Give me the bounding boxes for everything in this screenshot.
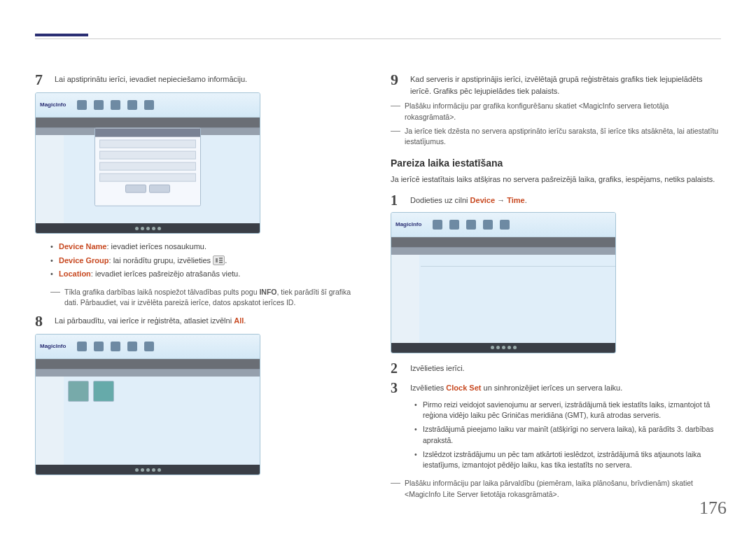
note-text: Ja ierīce tiek dzēsta no servera apstipr…: [405, 126, 721, 148]
toolbar-icon: [449, 220, 459, 230]
list-item: Pirmo reizi veidojot savienojumu ar serv…: [414, 400, 721, 422]
device-thumb: [93, 381, 114, 402]
dialog-buttons: [95, 185, 200, 193]
dialog-field: [99, 162, 196, 171]
header-accent-bar: [35, 34, 88, 36]
field-desc: : lai norādītu grupu, izvēlieties: [109, 256, 214, 265]
dialog-ok-button: [125, 185, 146, 193]
device-thumb: [68, 381, 89, 402]
toolbar-icons: [433, 220, 510, 230]
screenshot-device-approval-dialog: MagicInfo: [35, 92, 260, 234]
screenshot-toolbar: MagicInfo: [36, 93, 260, 118]
list-item: Device Name: ievadiet ierīces nosaukumu.: [50, 241, 365, 253]
toolbar-icon: [94, 100, 104, 110]
screenshot-tabbar: [391, 237, 615, 247]
list-item: Izstrādājumā pieejamo laiku var mainīt (…: [414, 424, 721, 447]
approval-dialog: [94, 128, 201, 206]
dialog-header: [95, 129, 200, 137]
right-column: 9 Kad serveris ir apstiprinājis ierīci, …: [391, 67, 721, 503]
toolbar-icons: [77, 100, 154, 110]
screenshot-tabbar: [36, 118, 260, 127]
step-number: 8: [35, 313, 48, 330]
page-number: 176: [699, 494, 727, 521]
dash-icon: [391, 131, 400, 148]
info-note: Tīkla grafika darbības laikā nospiežot t…: [50, 287, 365, 309]
info-note: Plašāku informāciju par laika pārvaldību…: [391, 478, 721, 500]
toolbar-icon: [144, 100, 154, 110]
screenshot-statusbar: [391, 343, 615, 353]
step-text: Dodieties uz cilni Device → Time.: [410, 192, 721, 208]
field-label: Device Name: [59, 242, 107, 251]
toolbar-icon: [144, 342, 154, 351]
screenshot-device-time: MagicInfo: [391, 212, 616, 353]
dialog-field: [99, 174, 196, 182]
screenshot-toolbar: MagicInfo: [391, 213, 615, 237]
step-3: 3 Izvēlieties Clock Set un sinhronizējie…: [391, 380, 721, 395]
screenshot-toolbar: MagicInfo: [36, 335, 260, 359]
time-row: [421, 255, 615, 267]
dialog-cancel-button: [149, 185, 170, 193]
note-text: Plašāku informāciju par grafika konfigur…: [405, 101, 721, 123]
toolbar-icon: [483, 220, 493, 230]
keyword-time: Time: [507, 196, 524, 204]
dialog-field: [99, 151, 196, 160]
step-1: 1 Dodieties uz cilni Device → Time.: [391, 192, 721, 208]
step-number: 1: [391, 192, 403, 208]
section-title: Pareiza laika iestatīšana: [391, 156, 721, 171]
screenshot-content: [419, 255, 615, 343]
list-item: Location: ievadiet ierīces pašreizējo at…: [50, 268, 365, 280]
note-text: Plašāku informāciju par laika pārvaldību…: [405, 478, 721, 500]
app-logo: MagicInfo: [40, 342, 66, 351]
dash-icon: [50, 292, 60, 309]
info-note: Ja ierīce tiek dzēsta no servera apstipr…: [391, 126, 721, 148]
step-9: 9 Kad serveris ir apstiprinājis ierīci, …: [391, 71, 721, 97]
step-number: 3: [391, 380, 403, 395]
toolbar-icon: [127, 100, 137, 110]
info-note: Plašāku informāciju par grafika konfigur…: [391, 101, 721, 123]
toolbar-icon: [77, 342, 87, 351]
step-text: Kad serveris ir apstiprinājis ierīci, iz…: [410, 71, 721, 97]
field-desc: : ievadiet ierīces nosaukumu.: [107, 242, 206, 251]
device-thumbnails: [64, 377, 260, 406]
screenshot-sidepanel: [36, 135, 64, 233]
screenshot-statusbar: [36, 465, 260, 475]
step-7: 7 Lai apstiprinātu ierīci, ievadiet nepi…: [35, 71, 365, 88]
keyword-all: All: [234, 316, 244, 325]
field-desc: : ievadiet ierīces pašreizējo atrašanās …: [91, 269, 240, 278]
toolbar-icon: [466, 220, 476, 230]
keyword-device: Device: [470, 196, 495, 204]
toolbar-icons: [77, 342, 154, 351]
screenshot-statusbar: [36, 223, 260, 233]
toolbar-icon: [94, 342, 104, 351]
toolbar-icon: [111, 100, 120, 110]
field-label: Device Group: [59, 256, 109, 265]
toolbar-icon: [500, 220, 510, 230]
toolbar-icon: [127, 342, 137, 351]
two-column-layout: 7 Lai apstiprinātu ierīci, ievadiet nepi…: [35, 67, 721, 503]
screenshot-device-list: MagicInfo: [35, 334, 260, 475]
step-number: 2: [391, 360, 403, 376]
step-number: 9: [391, 71, 403, 97]
list-item: Device Group: lai norādītu grupu, izvēli…: [50, 255, 365, 267]
step-8: 8 Lai pārbaudītu, vai ierīce ir reģistrē…: [35, 313, 365, 330]
dash-icon: [391, 106, 400, 123]
step-2: 2 Izvēlieties ierīci.: [391, 360, 721, 376]
time-notes-list: Pirmo reizi veidojot savienojumu ar serv…: [414, 400, 721, 472]
app-logo: MagicInfo: [396, 220, 421, 229]
field-description-list: Device Name: ievadiet ierīces nosaukumu.…: [50, 241, 365, 280]
screenshot-sidepanel: [391, 255, 420, 353]
dialog-field: [99, 140, 196, 148]
left-column: 7 Lai apstiprinātu ierīci, ievadiet nepi…: [35, 67, 365, 503]
screenshot-tabbar: [36, 359, 260, 369]
list-item: Izslēdzot izstrādājumu un pēc tam atkārt…: [414, 449, 721, 472]
toolbar-icon: [433, 220, 442, 230]
keyword-clock-set: Clock Set: [446, 384, 481, 392]
step-text: Lai apstiprinātu ierīci, ievadiet nepiec…: [55, 71, 365, 88]
document-page: 7 Lai apstiprinātu ierīci, ievadiet nepi…: [0, 0, 756, 534]
step-number: 7: [35, 71, 48, 88]
group-picker-icon: [213, 255, 225, 265]
step-text: Izvēlieties Clock Set un sinhronizējiet …: [410, 380, 721, 395]
screenshot-content: [64, 377, 260, 465]
step-text: Izvēlieties ierīci.: [410, 360, 721, 376]
toolbar-icon: [77, 100, 87, 110]
